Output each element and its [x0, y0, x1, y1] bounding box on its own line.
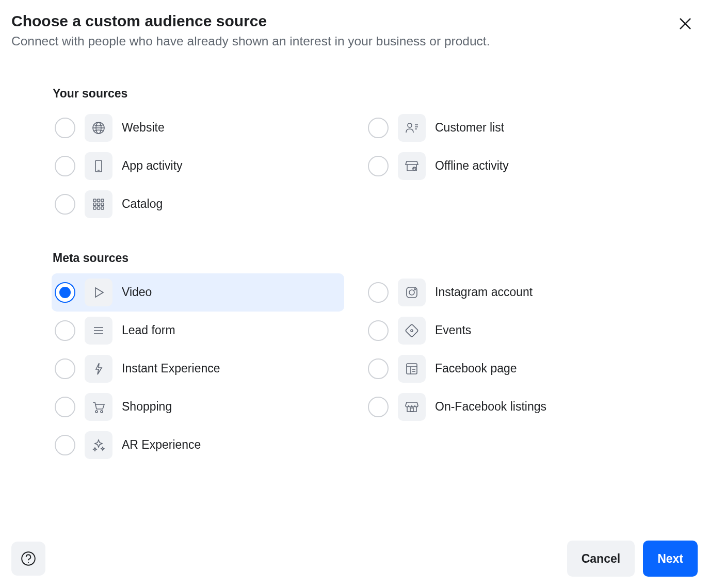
radio-app-activity[interactable] — [55, 156, 75, 176]
source-label-events: Events — [435, 323, 471, 337]
source-option-catalog[interactable]: Catalog — [52, 185, 344, 223]
source-option-offline-activity[interactable]: Offline activity — [365, 147, 657, 185]
form-lines-icon — [85, 317, 112, 345]
source-label-instant-experience: Instant Experience — [122, 362, 220, 375]
source-label-ar-experience: AR Experience — [122, 438, 201, 452]
next-button[interactable]: Next — [643, 541, 698, 577]
modal-body: Your sources WebsiteCustomer listApp act… — [0, 54, 709, 475]
source-option-on-facebook-listings[interactable]: On-Facebook listings — [365, 388, 657, 426]
radio-instant-experience[interactable] — [55, 358, 75, 379]
section-title-meta-sources: Meta sources — [53, 251, 657, 265]
svg-point-39 — [22, 552, 35, 565]
customer-list-icon — [398, 114, 426, 142]
modal-header: Choose a custom audience source Connect … — [0, 0, 709, 54]
radio-video[interactable] — [55, 282, 75, 303]
help-button[interactable] — [11, 542, 45, 576]
source-label-facebook-page: Facebook page — [435, 362, 517, 375]
header-titles: Choose a custom audience source Connect … — [11, 11, 675, 48]
source-label-website: Website — [122, 121, 165, 135]
sparkle-icon — [85, 431, 112, 459]
custom-audience-source-modal: Choose a custom audience source Connect … — [0, 0, 709, 588]
source-option-lead-form[interactable]: Lead form — [52, 312, 344, 350]
source-label-catalog: Catalog — [122, 197, 163, 211]
instagram-icon — [398, 279, 426, 306]
radio-lead-form[interactable] — [55, 320, 75, 341]
close-icon — [678, 17, 692, 31]
close-button[interactable] — [675, 13, 696, 34]
source-option-video[interactable]: Video — [52, 273, 344, 312]
source-label-app-activity: App activity — [122, 159, 183, 173]
source-option-instagram-account[interactable]: Instagram account — [365, 273, 657, 312]
radio-events[interactable] — [368, 320, 389, 341]
section-title-your-sources: Your sources — [53, 87, 657, 101]
radio-instagram-account[interactable] — [368, 282, 389, 303]
radio-facebook-page[interactable] — [368, 358, 389, 379]
cart-icon — [85, 393, 112, 421]
modal-footer: Cancel Next — [0, 531, 709, 588]
storefront-icon — [398, 393, 426, 421]
modal-title: Choose a custom audience source — [11, 11, 675, 31]
play-icon — [85, 279, 112, 306]
radio-shopping[interactable] — [55, 397, 75, 417]
help-icon — [20, 550, 37, 567]
source-label-instagram-account: Instagram account — [435, 285, 533, 299]
radio-offline-activity[interactable] — [368, 156, 389, 176]
modal-subtitle: Connect with people who have already sho… — [11, 34, 675, 48]
source-label-on-facebook-listings: On-Facebook listings — [435, 400, 546, 414]
source-option-ar-experience[interactable]: AR Experience — [52, 426, 344, 464]
store-icon — [398, 152, 426, 180]
catalog-grid-icon — [85, 190, 112, 218]
source-label-video: Video — [122, 285, 152, 299]
source-option-website[interactable]: Website — [52, 109, 344, 147]
source-label-customer-list: Customer list — [435, 121, 504, 135]
source-label-shopping: Shopping — [122, 400, 172, 414]
radio-catalog[interactable] — [55, 194, 75, 215]
your-sources-grid: WebsiteCustomer listApp activityOffline … — [52, 109, 657, 223]
source-option-customer-list[interactable]: Customer list — [365, 109, 657, 147]
source-option-facebook-page[interactable]: Facebook page — [365, 350, 657, 388]
source-label-lead-form: Lead form — [122, 323, 175, 337]
ticket-icon — [398, 317, 426, 345]
footer-actions: Cancel Next — [567, 541, 698, 577]
lightning-icon — [85, 355, 112, 383]
globe-icon — [85, 114, 112, 142]
page-layout-icon — [398, 355, 426, 383]
mobile-icon — [85, 152, 112, 180]
source-label-offline-activity: Offline activity — [435, 159, 509, 173]
source-option-app-activity[interactable]: App activity — [52, 147, 344, 185]
source-option-instant-experience[interactable]: Instant Experience — [52, 350, 344, 388]
radio-customer-list[interactable] — [368, 118, 389, 138]
radio-ar-experience[interactable] — [55, 435, 75, 455]
radio-on-facebook-listings[interactable] — [368, 397, 389, 417]
source-option-shopping[interactable]: Shopping — [52, 388, 344, 426]
meta-sources-grid: VideoInstagram accountLead formEventsIns… — [52, 273, 657, 464]
source-option-events[interactable]: Events — [365, 312, 657, 350]
svg-point-40 — [28, 562, 29, 563]
cancel-button[interactable]: Cancel — [567, 541, 635, 577]
radio-website[interactable] — [55, 118, 75, 138]
